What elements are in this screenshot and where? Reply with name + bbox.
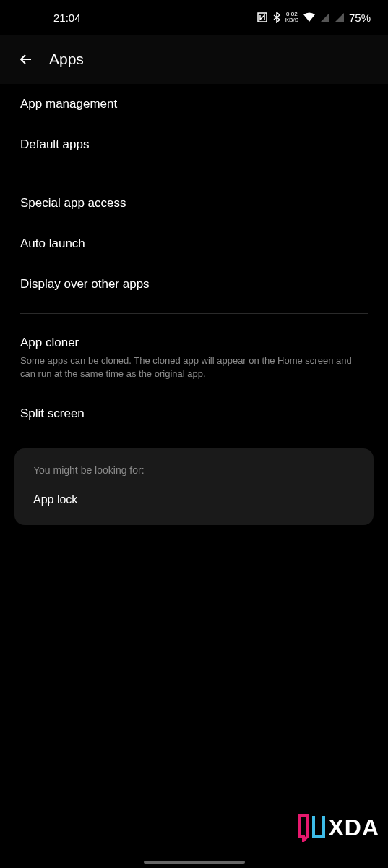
navigation-handle[interactable] bbox=[144, 861, 245, 864]
app-management-item[interactable]: App management bbox=[0, 84, 388, 124]
signal-icon-2 bbox=[335, 12, 345, 22]
suggestion-header: You might be looking for: bbox=[33, 464, 355, 476]
display-over-other-apps-item[interactable]: Display over other apps bbox=[0, 264, 388, 305]
xda-logo: XDA bbox=[298, 813, 379, 842]
item-label: App management bbox=[20, 97, 368, 111]
xda-text: XDA bbox=[328, 814, 379, 841]
item-label: Split screen bbox=[20, 407, 368, 421]
suggestion-card: You might be looking for: App lock bbox=[14, 448, 374, 525]
page-title: Apps bbox=[49, 51, 84, 68]
settings-list: App management Default apps Special app … bbox=[0, 84, 388, 525]
bluetooth-icon bbox=[272, 12, 281, 23]
status-bar: 21:04 0.02 KB/S 75% bbox=[0, 0, 388, 35]
battery-percent: 75% bbox=[349, 12, 371, 24]
item-label: Display over other apps bbox=[20, 277, 368, 292]
special-app-access-item[interactable]: Special app access bbox=[0, 183, 388, 224]
nfc-icon bbox=[256, 12, 268, 23]
item-label: Special app access bbox=[20, 196, 368, 210]
app-cloner-item[interactable]: App cloner Some apps can be cloned. The … bbox=[0, 323, 388, 393]
xda-bracket-icon bbox=[298, 813, 325, 842]
split-screen-item[interactable]: Split screen bbox=[0, 393, 388, 434]
app-header: Apps bbox=[0, 35, 388, 84]
wifi-icon bbox=[303, 12, 316, 22]
divider bbox=[20, 174, 368, 174]
signal-icon-1 bbox=[320, 12, 330, 22]
status-icons: 0.02 KB/S 75% bbox=[256, 12, 371, 24]
app-lock-suggestion[interactable]: App lock bbox=[33, 493, 355, 506]
item-label: App cloner bbox=[20, 336, 368, 350]
auto-launch-item[interactable]: Auto launch bbox=[0, 224, 388, 264]
item-label: Default apps bbox=[20, 137, 368, 152]
status-time: 21:04 bbox=[17, 12, 81, 24]
divider bbox=[20, 313, 368, 314]
default-apps-item[interactable]: Default apps bbox=[0, 124, 388, 165]
network-speed: 0.02 KB/S bbox=[285, 12, 298, 23]
item-description: Some apps can be cloned. The cloned app … bbox=[20, 354, 368, 380]
back-button[interactable] bbox=[17, 51, 35, 68]
item-label: Auto launch bbox=[20, 237, 368, 251]
